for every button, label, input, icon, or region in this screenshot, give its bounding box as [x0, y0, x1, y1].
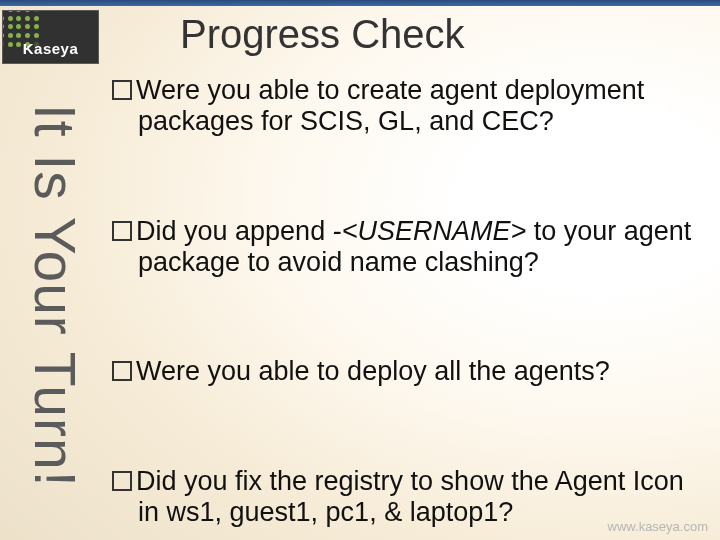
bullet-list: Were you able to create agent deployment… — [112, 75, 702, 528]
bullet-text-pre: Did you append - — [136, 216, 342, 246]
checkbox-bullet-icon — [112, 361, 132, 381]
brand-logo: Kaseya — [2, 10, 99, 64]
checkbox-bullet-icon — [112, 80, 132, 100]
slide-container: Kaseya Progress Check It Is Your Turn! W… — [0, 0, 720, 540]
list-item: Were you able to create agent deployment… — [112, 75, 702, 137]
brand-logo-text: Kaseya — [3, 40, 98, 57]
bullet-text-em: <USERNAME> — [342, 216, 527, 246]
side-banner: It Is Your Turn! — [2, 58, 107, 533]
page-title: Progress Check — [180, 12, 680, 57]
checkbox-bullet-icon — [112, 471, 132, 491]
list-item: Were you able to deploy all the agents? — [112, 356, 702, 387]
bullet-text: Were you able to create agent deployment… — [136, 75, 644, 136]
list-item: Did you append -<USERNAME> to your agent… — [112, 216, 702, 278]
bullet-text: Did you fix the registry to show the Age… — [136, 466, 684, 527]
bullet-text: Were you able to deploy all the agents? — [136, 356, 610, 386]
checkbox-bullet-icon — [112, 221, 132, 241]
footer-url: www.kaseya.com — [608, 519, 708, 534]
side-banner-text: It Is Your Turn! — [22, 104, 88, 488]
top-accent-bar — [0, 0, 720, 6]
